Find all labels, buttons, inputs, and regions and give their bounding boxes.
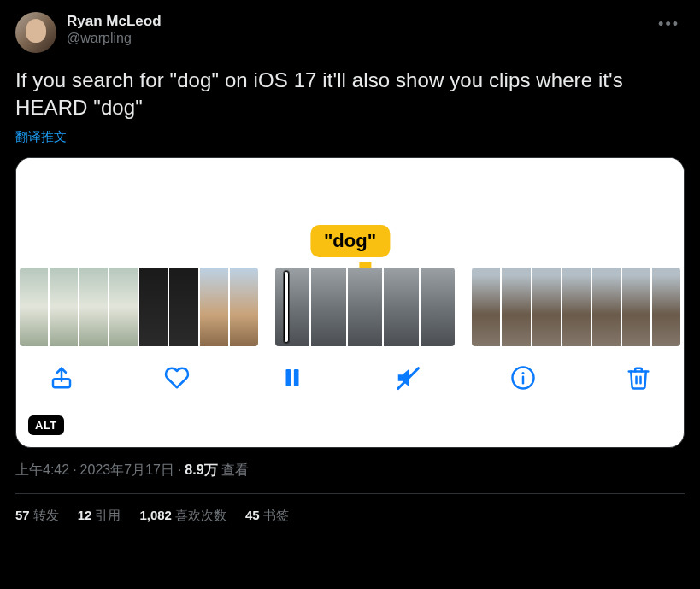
media-card[interactable]: "dog" bbox=[15, 157, 685, 448]
clip-thumb[interactable] bbox=[20, 268, 258, 346]
mute-icon[interactable] bbox=[395, 365, 421, 391]
alt-badge[interactable]: ALT bbox=[28, 415, 64, 435]
translate-link[interactable]: 翻译推文 bbox=[15, 129, 685, 145]
tweet-time[interactable]: 上午4:42 bbox=[15, 462, 69, 477]
bookmarks-stat[interactable]: 45书签 bbox=[245, 508, 289, 524]
bookmarks-count: 45 bbox=[245, 508, 260, 522]
author-block[interactable]: Ryan McLeod @warpling bbox=[67, 12, 162, 47]
share-icon[interactable] bbox=[49, 365, 74, 391]
likes-count: 1,082 bbox=[139, 508, 172, 522]
tweet-container: Ryan McLeod @warpling ••• If you search … bbox=[0, 0, 700, 524]
retweets-count: 57 bbox=[15, 508, 30, 522]
quotes-stat[interactable]: 12引用 bbox=[78, 508, 121, 524]
filmstrip[interactable] bbox=[16, 268, 684, 346]
tweet-meta: 上午4:42·2023年7月17日·8.9万 查看 bbox=[15, 462, 685, 480]
pause-icon[interactable] bbox=[279, 365, 305, 391]
likes-label: 喜欢次数 bbox=[175, 508, 226, 522]
quotes-count: 12 bbox=[78, 508, 92, 522]
retweets-stat[interactable]: 57转发 bbox=[15, 508, 59, 524]
tweet-date[interactable]: 2023年7月17日 bbox=[80, 462, 174, 477]
media-toolbar bbox=[16, 346, 684, 391]
svg-point-6 bbox=[522, 372, 525, 374]
trash-icon[interactable] bbox=[626, 365, 651, 391]
svg-rect-1 bbox=[286, 369, 291, 386]
heart-icon[interactable] bbox=[164, 365, 190, 391]
media-top-area: "dog" bbox=[16, 158, 684, 268]
playhead[interactable] bbox=[284, 271, 289, 343]
quotes-label: 引用 bbox=[95, 508, 121, 522]
clip-thumb[interactable] bbox=[275, 268, 455, 346]
tweet-text: If you search for "dog" on iOS 17 it'll … bbox=[15, 67, 685, 122]
clip-thumb[interactable] bbox=[472, 268, 680, 346]
avatar[interactable] bbox=[15, 12, 56, 53]
author-display-name: Ryan McLeod bbox=[67, 12, 162, 30]
author-handle: @warpling bbox=[67, 30, 162, 47]
more-button[interactable]: ••• bbox=[653, 12, 685, 37]
likes-stat[interactable]: 1,082喜欢次数 bbox=[139, 508, 226, 524]
retweets-label: 转发 bbox=[33, 508, 59, 522]
svg-rect-2 bbox=[294, 369, 299, 386]
info-icon[interactable] bbox=[510, 365, 536, 391]
views-label: 查看 bbox=[221, 462, 249, 477]
views-count: 8.9万 bbox=[185, 462, 217, 477]
caption-bubble: "dog" bbox=[310, 225, 390, 257]
bookmarks-label: 书签 bbox=[263, 508, 289, 522]
tweet-header: Ryan McLeod @warpling ••• bbox=[15, 12, 685, 53]
tweet-stats: 57转发 12引用 1,082喜欢次数 45书签 bbox=[15, 494, 685, 524]
